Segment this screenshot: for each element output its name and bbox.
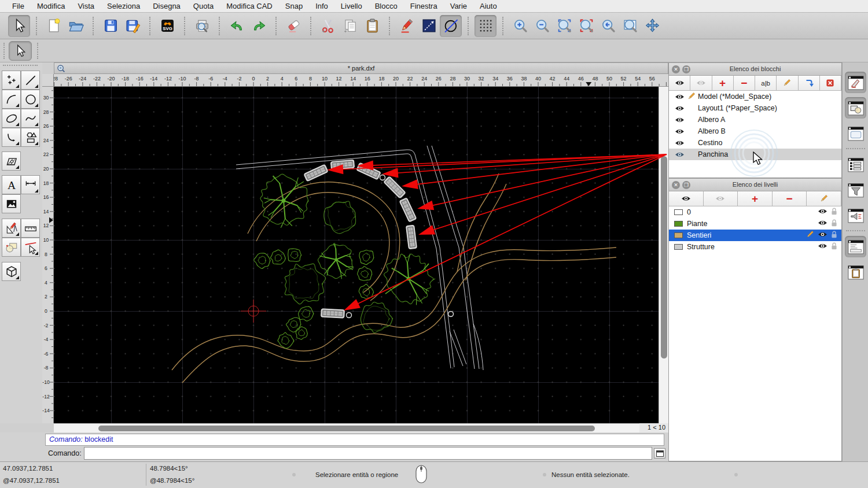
menu-quota[interactable]: Quota bbox=[187, 0, 220, 13]
layers-eye-off-button[interactable] bbox=[704, 191, 738, 206]
toolbar-drag-handle[interactable] bbox=[3, 43, 5, 59]
blocks-edit-pencil-button[interactable] bbox=[777, 76, 798, 90]
block-visibility-eye-icon[interactable] bbox=[674, 93, 685, 101]
layer-visibility-eye-icon[interactable] bbox=[818, 242, 827, 252]
redo-button[interactable] bbox=[248, 15, 270, 37]
edit-line-button[interactable] bbox=[418, 15, 440, 37]
blocks-eye-off-button[interactable] bbox=[690, 76, 712, 90]
blocks-insert-button[interactable] bbox=[799, 76, 820, 90]
hatch-tool-button[interactable] bbox=[2, 151, 21, 171]
block-list-titlebar[interactable]: ✕ ❐ Elenco dei blocchi bbox=[669, 63, 841, 76]
drawing-canvas[interactable] bbox=[54, 87, 659, 423]
new-file-button[interactable] bbox=[43, 15, 65, 37]
layers-remove-button[interactable]: − bbox=[773, 191, 807, 206]
blocks-remove-button[interactable]: − bbox=[734, 76, 755, 90]
undock-icon[interactable]: ❐ bbox=[682, 65, 690, 73]
block-visibility-eye-icon[interactable] bbox=[674, 128, 685, 135]
cut-button[interactable] bbox=[317, 15, 339, 37]
undock-icon[interactable]: ❐ bbox=[682, 181, 690, 189]
horizontal-scrollbar[interactable] bbox=[54, 423, 639, 432]
command-line-dock-button[interactable] bbox=[845, 236, 866, 257]
blocks-delete-button[interactable] bbox=[820, 76, 841, 90]
block-row-albero[interactable]: Albero B bbox=[669, 125, 841, 137]
block-visibility-eye-icon[interactable] bbox=[674, 139, 685, 147]
layers-eye-button[interactable] bbox=[669, 191, 704, 206]
layer-visibility-eye-icon[interactable] bbox=[818, 219, 827, 228]
block-visibility-eye-icon[interactable] bbox=[674, 116, 685, 124]
close-icon[interactable]: ✕ bbox=[672, 181, 680, 189]
layers-edit-pencil-button[interactable] bbox=[807, 191, 841, 206]
circle-tool-button[interactable] bbox=[21, 90, 40, 109]
block-row-layout1[interactable]: Layout1 (*Paper_Space) bbox=[669, 102, 841, 114]
pointer-button[interactable] bbox=[8, 15, 30, 37]
measure-tool-button[interactable] bbox=[21, 219, 40, 238]
horizontal-scrollbar-thumb[interactable] bbox=[98, 426, 595, 431]
menu-info[interactable]: Info bbox=[309, 0, 334, 13]
pan-button[interactable] bbox=[641, 15, 663, 37]
viewport-dock-button[interactable] bbox=[845, 123, 866, 144]
menu-finestra[interactable]: Finestra bbox=[404, 0, 444, 13]
layer-lock-icon[interactable] bbox=[830, 242, 838, 252]
library-dock-button[interactable] bbox=[845, 205, 866, 226]
shapes-tool-button[interactable] bbox=[21, 128, 40, 147]
zoom-out-button[interactable] bbox=[531, 15, 553, 37]
text-tool-button[interactable]: A bbox=[2, 175, 21, 194]
svg-export-button[interactable]: SVG bbox=[156, 15, 178, 37]
selection-tool-button[interactable] bbox=[9, 41, 32, 61]
menu-snap[interactable]: Snap bbox=[279, 0, 309, 13]
palette-drag-handle[interactable] bbox=[3, 65, 38, 66]
property-editor-dock-button[interactable] bbox=[845, 72, 866, 93]
undo-button[interactable] bbox=[226, 15, 248, 37]
menu-livello[interactable]: Livello bbox=[334, 0, 369, 13]
layer-row-0[interactable]: 0 bbox=[669, 206, 841, 218]
menu-modifica-cad[interactable]: Modifica CAD bbox=[220, 0, 278, 13]
line-tool-button[interactable] bbox=[21, 71, 40, 90]
blocks-add-button[interactable]: + bbox=[712, 76, 734, 90]
layers-add-button[interactable]: + bbox=[738, 191, 773, 206]
zoom-window-button[interactable] bbox=[619, 15, 641, 37]
list-dock-button[interactable] bbox=[845, 154, 866, 175]
menu-seleziona[interactable]: Seleziona bbox=[101, 0, 146, 13]
menu-disegna[interactable]: Disegna bbox=[146, 0, 187, 13]
layer-row-piante[interactable]: Piante bbox=[669, 218, 841, 230]
info-tool-button[interactable] bbox=[2, 238, 21, 257]
layer-list-titlebar[interactable]: ✕ ❐ Elenco dei livelli bbox=[669, 179, 841, 191]
box3d-tool-button[interactable] bbox=[2, 262, 21, 281]
blocks-rename-button[interactable]: a|b bbox=[755, 76, 777, 90]
layer-visibility-eye-icon[interactable] bbox=[818, 208, 827, 217]
save-as-button[interactable] bbox=[122, 15, 144, 37]
zoom-selection-button[interactable] bbox=[575, 15, 597, 37]
dimension-tool-button[interactable] bbox=[21, 175, 40, 194]
block-visibility-eye-icon[interactable] bbox=[674, 105, 685, 112]
block-visibility-eye-icon[interactable] bbox=[674, 151, 685, 158]
zoom-auto-button[interactable] bbox=[553, 15, 575, 37]
layer-visibility-eye-icon[interactable] bbox=[818, 231, 827, 240]
vertical-scrollbar[interactable] bbox=[659, 87, 668, 423]
menu-file[interactable]: File bbox=[6, 0, 31, 13]
layer-lock-icon[interactable] bbox=[830, 207, 838, 217]
command-input[interactable] bbox=[84, 447, 652, 460]
block-tools-dock-button[interactable] bbox=[845, 97, 866, 119]
clipboard-dock-button[interactable] bbox=[845, 261, 866, 283]
vertical-scrollbar-thumb[interactable] bbox=[661, 156, 667, 358]
menu-blocco[interactable]: Blocco bbox=[369, 0, 404, 13]
layer-row-strutture[interactable]: Strutture bbox=[669, 241, 841, 253]
open-file-button[interactable] bbox=[65, 15, 87, 37]
blocks-eye-button[interactable] bbox=[669, 76, 690, 90]
layer-lock-icon[interactable] bbox=[830, 219, 838, 229]
filter-dock-button[interactable] bbox=[845, 179, 866, 201]
arc-tool-button[interactable] bbox=[2, 90, 21, 109]
block-row-panchina[interactable]: Panchina bbox=[669, 149, 841, 160]
close-icon[interactable]: ✕ bbox=[672, 65, 680, 73]
menu-aiuto[interactable]: Aiuto bbox=[473, 0, 503, 13]
block-row-cestino[interactable]: Cestino bbox=[669, 137, 841, 149]
polyline-tool-button[interactable] bbox=[2, 128, 21, 147]
ellipse-tool-button[interactable] bbox=[2, 109, 21, 128]
menu-vista[interactable]: Vista bbox=[71, 0, 101, 13]
points-tool-button[interactable] bbox=[2, 71, 21, 90]
zoom-previous-button[interactable] bbox=[597, 15, 619, 37]
print-preview-button[interactable] bbox=[191, 15, 213, 37]
paste-button[interactable] bbox=[361, 15, 383, 37]
document-titlebar[interactable]: * park.dxf bbox=[54, 62, 668, 74]
grid-toggle-button[interactable] bbox=[475, 15, 496, 37]
